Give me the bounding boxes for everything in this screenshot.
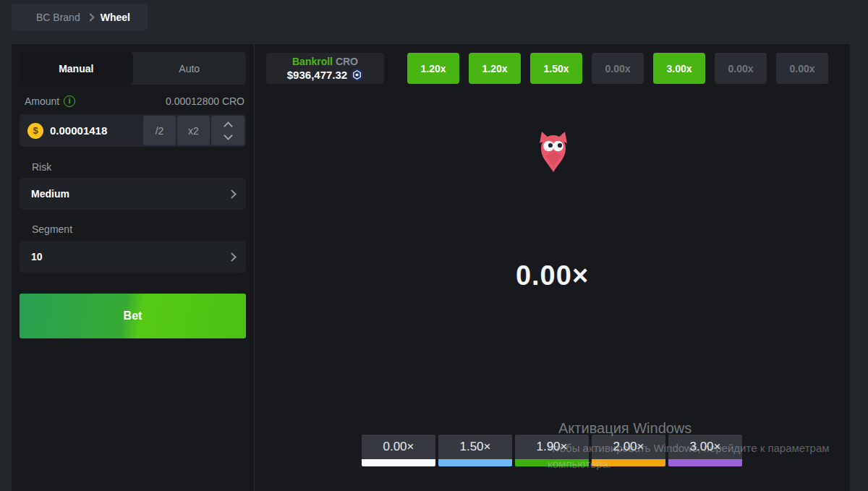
- legend-tile-color-bar: [668, 459, 742, 466]
- risk-value: Medium: [31, 188, 69, 200]
- legend-tile-color-bar: [438, 459, 512, 466]
- chevron-right-icon: [227, 189, 237, 199]
- legend-tile-color-bar: [362, 459, 435, 466]
- bankroll-currency: CRO: [336, 56, 358, 67]
- multiplier-legend: 0.00× 1.50× 1.90× 2.00× 3.00×: [362, 435, 742, 466]
- bet-mode-tabs: Manual Auto: [20, 52, 246, 85]
- history-result-button[interactable]: 1.20x: [469, 53, 521, 84]
- double-amount-button[interactable]: x2: [177, 116, 210, 145]
- info-icon[interactable]: i: [64, 95, 75, 107]
- balance-text: 0.00012800 CRO: [166, 95, 244, 107]
- history-result-button[interactable]: 1.20x: [407, 53, 459, 84]
- breadcrumb-current-page: Wheel: [101, 12, 130, 23]
- legend-tile-label: 2.00×: [592, 435, 665, 459]
- segment-value: 10: [31, 251, 43, 262]
- current-multiplier-result: 0.00×: [255, 260, 850, 291]
- bet-button[interactable]: Bet: [20, 294, 246, 338]
- amount-input[interactable]: $ 0.00001418 /2 x2: [20, 114, 246, 147]
- segment-label: Segment: [32, 223, 72, 235]
- breadcrumb-brand-link[interactable]: BC Brand: [36, 12, 80, 23]
- bankroll-card: Bankroll CRO $936,477.32: [266, 53, 384, 84]
- risk-select[interactable]: Medium: [20, 178, 246, 210]
- amount-stepper[interactable]: [211, 116, 244, 145]
- history-result-button[interactable]: 0.00x: [592, 53, 644, 84]
- legend-tile[interactable]: 0.00×: [362, 435, 435, 466]
- legend-tile[interactable]: 1.90×: [515, 435, 589, 466]
- half-amount-button[interactable]: /2: [143, 116, 176, 145]
- legend-tile[interactable]: 2.00×: [592, 435, 665, 466]
- result-history-row: 1.20x 1.20x 1.50x 0.00x 3.00x 0.00x 0.00…: [407, 53, 828, 84]
- amount-label-row: Amount i 0.00012800 CRO: [20, 95, 246, 108]
- breadcrumb-chevron-icon: [86, 13, 94, 21]
- tab-manual[interactable]: Manual: [20, 52, 133, 85]
- game-panel: Manual Auto Amount i 0.00012800 CRO $ 0.…: [12, 44, 850, 491]
- history-result-button[interactable]: 0.00x: [776, 53, 828, 84]
- history-result-button[interactable]: 3.00x: [653, 53, 705, 84]
- bankroll-value: $936,477.32: [287, 69, 347, 81]
- amount-label: Amount: [25, 95, 59, 107]
- cro-coin-icon: [351, 69, 363, 81]
- tab-auto[interactable]: Auto: [133, 52, 247, 85]
- legend-tile[interactable]: 3.00×: [668, 435, 742, 466]
- segment-select[interactable]: 10: [20, 241, 246, 273]
- owl-mascot-icon: [536, 131, 571, 173]
- legend-tile-label: 0.00×: [362, 435, 435, 459]
- legend-tile[interactable]: 1.50×: [438, 435, 512, 466]
- legend-tile-color-bar: [515, 459, 589, 466]
- stepper-down-icon[interactable]: [224, 131, 233, 140]
- chevron-right-icon: [227, 252, 237, 262]
- risk-label: Risk: [32, 161, 51, 173]
- stepper-up-icon[interactable]: [224, 121, 233, 131]
- history-result-button[interactable]: 1.50x: [530, 53, 582, 84]
- amount-value[interactable]: 0.00001418: [50, 124, 142, 137]
- legend-tile-label: 1.50×: [438, 435, 512, 459]
- legend-tile-label: 3.00×: [668, 435, 742, 459]
- wheel-game-page: BC Brand Wheel Manual Auto Amount i 0.00…: [0, 0, 868, 491]
- bankroll-title: Bankroll: [292, 56, 333, 67]
- coin-icon: $: [27, 123, 43, 139]
- history-result-button[interactable]: 0.00x: [715, 53, 767, 84]
- breadcrumb: BC Brand Wheel: [12, 4, 148, 30]
- legend-tile-color-bar: [592, 459, 665, 466]
- legend-tile-label: 1.90×: [515, 435, 589, 459]
